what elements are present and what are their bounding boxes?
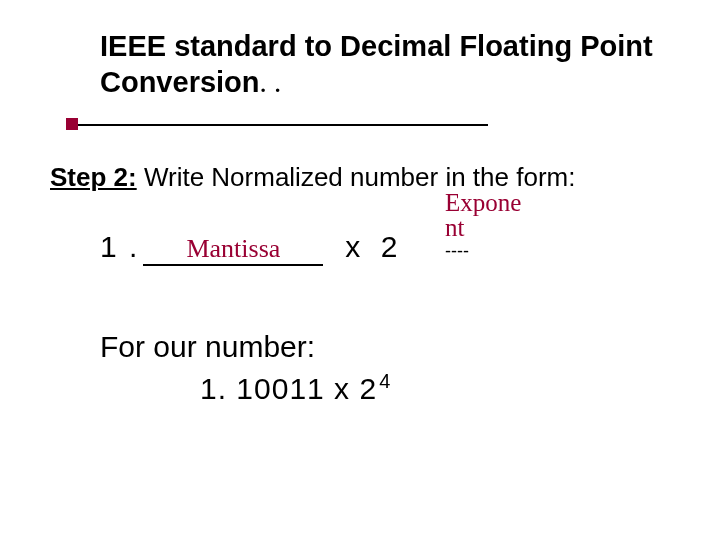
slide: IEEE standard to Decimal Floating Point … <box>0 0 720 540</box>
slide-title: IEEE standard to Decimal Floating Point … <box>100 28 660 101</box>
leading-one: 1 . <box>100 230 139 264</box>
mantissa-blank: Mantissa <box>143 236 323 266</box>
example-value: 1. 10011 x 24 <box>200 370 391 406</box>
exponent-placeholder-dashes: ---- <box>445 241 469 262</box>
times-base: x 2 <box>345 230 403 264</box>
exponent-label-line2: nt <box>445 215 565 240</box>
title-main: IEEE standard to Decimal Floating Point … <box>100 30 653 98</box>
example-intro: For our number: <box>100 330 315 364</box>
normalized-form-template: 1 . Mantissa x 2 <box>100 230 403 266</box>
step-text: Write Normalized number in the form: <box>137 162 576 192</box>
example-mantissa: 1. 10011 x 2 <box>200 372 377 405</box>
title-underline <box>70 124 488 126</box>
title-trail: . . <box>260 66 282 98</box>
exponent-label: Expone nt <box>445 190 565 240</box>
exponent-label-line1: Expone <box>445 190 565 215</box>
step-label: Step 2: <box>50 162 137 192</box>
example-exponent: 4 <box>379 370 391 392</box>
title-bullet-icon <box>66 118 78 130</box>
